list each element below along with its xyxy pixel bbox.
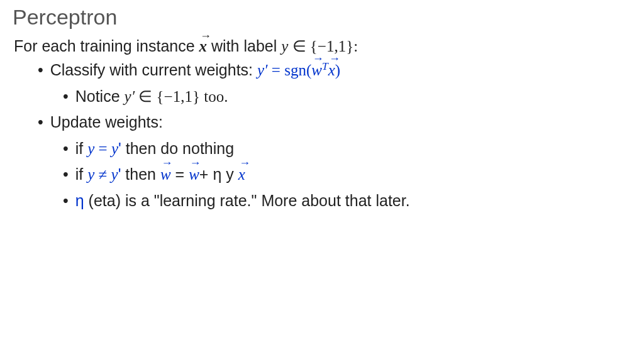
- intro-text-a: For each training instance: [14, 37, 199, 55]
- var-y: y: [281, 38, 288, 55]
- var-y-3: y: [87, 166, 94, 183]
- eq-sign-3: =: [171, 165, 189, 183]
- neq-sign: ≠: [94, 166, 111, 183]
- classify-text: Classify with current weights:: [50, 61, 257, 79]
- if1-text-b: then do nothing: [121, 140, 234, 157]
- eta-line: • η (eta) is a "learning rate." More abo…: [63, 189, 631, 213]
- vector-x-3: x: [238, 163, 245, 187]
- update-text: Update weights:: [50, 113, 163, 131]
- vector-w-2: w: [160, 163, 171, 187]
- var-yprime-2: y′: [125, 88, 135, 105]
- var-yprime: y′: [257, 62, 268, 79]
- if1-text-a: if: [75, 140, 87, 157]
- bullet-icon: •: [63, 87, 69, 105]
- if-notequal-line: • if y ≠ y' then w = w+ η y x: [63, 163, 631, 187]
- update-line: • Update weights:: [38, 111, 631, 134]
- var-yprime-3: y: [111, 140, 118, 157]
- eta-symbol: η: [75, 192, 84, 209]
- vector-x-2: x: [328, 58, 335, 82]
- eq-sign-2: =: [94, 140, 111, 157]
- vector-w-3: w: [189, 163, 199, 187]
- bullet-icon: •: [63, 140, 69, 157]
- bullet-icon: •: [38, 61, 43, 79]
- eq-sign: =: [268, 62, 285, 79]
- notice-text-a: Notice: [75, 87, 125, 105]
- vector-x: x: [199, 38, 208, 55]
- bullet-icon: •: [63, 165, 69, 183]
- var-y-2: y: [87, 140, 94, 157]
- slide-title: Perceptron: [13, 5, 631, 30]
- bullet-icon: •: [38, 113, 43, 131]
- plus-eta-y: + η y: [199, 165, 238, 183]
- bullet-icon: •: [63, 192, 69, 209]
- var-yprime-4: y: [111, 166, 118, 183]
- intro-text-b: with label: [207, 37, 281, 55]
- if-equal-line: • if y = y' then do nothing: [63, 137, 631, 161]
- vector-w: w: [311, 58, 322, 82]
- notice-line: • Notice y′ ∈ {−1,1} too.: [63, 85, 631, 109]
- notice-text-b: ∈ {−1,1} too.: [135, 88, 228, 105]
- eta-text: (eta) is a "learning rate." More about t…: [84, 192, 410, 209]
- if2-text-b: then: [121, 165, 160, 183]
- classify-line: • Classify with current weights: y′ = sg…: [38, 58, 631, 82]
- if2-text-a: if: [75, 165, 87, 183]
- sgn-fn: sgn(: [284, 62, 311, 79]
